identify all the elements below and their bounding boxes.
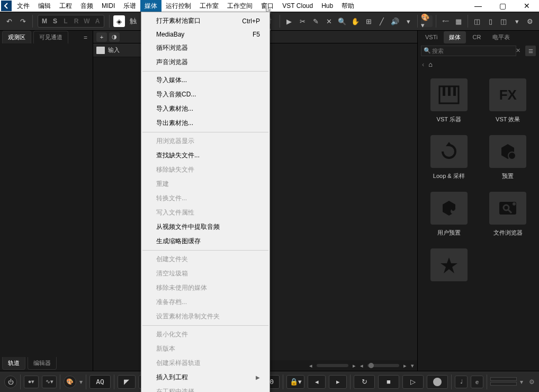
media-tile-文件浏览器[interactable]: 文件浏览器 [482,192,534,237]
record-button[interactable] [427,375,448,389]
state-A[interactable]: A [92,16,103,26]
media-tile-用户预置[interactable]: 用户预置 [423,192,475,237]
minimize-button[interactable]: — [466,0,490,12]
menu-VST Cloud[interactable]: VST Cloud [278,1,317,11]
scroll-left-icon[interactable]: ◂ [309,362,312,369]
menuitem-MediaBay[interactable]: MediaBayF5 [141,28,270,41]
layout-1[interactable]: ◫ [471,15,483,27]
menuitem-声音浏览器[interactable]: 声音浏览器 [141,55,270,69]
maximize-button[interactable]: ▢ [490,0,515,12]
tool-zoom[interactable]: 🔍 [336,15,348,27]
tool-glue[interactable]: ✎ [310,15,321,27]
tool-comp[interactable]: ⊞ [363,15,374,27]
home-icon[interactable]: ⌂ [428,60,433,68]
close-button[interactable]: ✕ [515,0,539,12]
forward-button[interactable]: ▸ [329,375,347,389]
undo-button[interactable]: ↶ [3,15,15,27]
back-icon[interactable]: ‹ [422,60,424,68]
menu-MIDI[interactable]: MIDI [97,1,119,11]
stop-button[interactable]: ■ [378,375,399,389]
media-tile-VST 乐器[interactable]: VST 乐器 [423,78,475,123]
menuitem-插入到工程[interactable]: 插入到工程▶ [141,370,270,385]
right-tab-媒体[interactable]: 媒体 [444,31,466,43]
media-tile-star[interactable] [423,248,475,281]
play-button[interactable]: ▷ [402,375,424,389]
tab-equals-icon[interactable]: = [80,32,91,43]
zoom-in-icon[interactable]: ▸ [403,362,407,369]
menu-编辑[interactable]: 编辑 [34,0,55,12]
automation-mode-button[interactable]: ◈ [113,15,125,27]
marker-l-button[interactable]: ◤ [118,375,136,389]
menuitem-导出素材池...[interactable]: 导出素材池... [141,116,270,130]
menu-乐谱[interactable]: 乐谱 [119,0,140,12]
rewind-button[interactable]: ◂ [308,375,326,389]
menuitem-导入素材池...[interactable]: 导入素材池... [141,102,270,116]
menu-Hub[interactable]: Hub [317,1,337,11]
media-tile-VST 效果[interactable]: FXVST 效果 [482,78,534,123]
zoom-dropdown-icon[interactable]: ▾ [411,362,414,369]
layout-3[interactable]: ◫ [498,15,509,27]
cycle-button[interactable]: ↻ [354,375,375,389]
tool-erase[interactable]: ✕ [323,15,335,27]
menuitem-从视频文件中提取音频[interactable]: 从视频文件中提取音频 [141,220,270,234]
touch-button[interactable]: 触 [127,15,139,27]
dropdown-icon[interactable]: ▾ [79,378,83,386]
menu-文件[interactable]: 文件 [13,0,34,12]
tool-play[interactable]: 🔊 [389,15,401,27]
track-config-button[interactable]: ◑ [109,32,120,42]
snap-button[interactable]: ⬳ [439,15,451,27]
precount-button[interactable]: e [471,376,483,388]
menuitem-生成缩略图缓存[interactable]: 生成缩略图缓存 [141,234,270,248]
media-tile-预置[interactable]: 预置 [482,135,534,180]
tool-hand[interactable]: ✋ [349,15,361,27]
grid-button[interactable]: ▦ [453,15,464,27]
media-search-input[interactable] [421,46,516,56]
state-M[interactable]: M [39,16,50,26]
menu-工程[interactable]: 工程 [55,0,76,12]
state-R[interactable]: R [71,16,82,26]
clear-search-icon[interactable]: ✕ [516,47,520,54]
metronome-button[interactable]: ♩ [455,376,468,388]
layout-2[interactable]: ▯ [484,15,496,27]
tool-scissors[interactable]: ✂ [297,15,308,27]
menuitem-导入音频CD...[interactable]: 导入音频CD... [141,87,270,102]
state-L[interactable]: L [60,16,71,26]
punch-button[interactable]: ●▾ [24,376,39,388]
tab-inspector[interactable]: 观测区 [2,31,31,43]
scroll-right-icon[interactable]: ▸ [353,362,356,369]
menuitem-导入媒体...[interactable]: 导入媒体... [141,73,270,87]
media-tile-Loop & 采样[interactable]: Loop & 采样 [423,135,475,180]
menu-运行控制[interactable]: 运行控制 [161,0,195,12]
settings-button[interactable]: ⚙ [524,15,536,27]
transport-dropdown-icon[interactable]: ▾ [520,378,523,386]
menu-媒体[interactable]: 媒体 [140,0,161,12]
menuitem-循环浏览器[interactable]: 循环浏览器 [141,41,270,55]
menu-工作室[interactable]: 工作室 [195,0,223,12]
transport-settings-icon[interactable]: ⚙ [529,378,535,386]
lock-button[interactable]: 🔒▾ [286,375,304,389]
aq-button[interactable]: AQ [89,375,111,389]
menu-工作空间[interactable]: 工作空间 [223,0,257,12]
tool-line[interactable]: ╱ [376,15,388,27]
h-scrollbar[interactable] [317,364,348,367]
add-track-button[interactable]: + [96,32,107,42]
tab-visibility[interactable]: 可见通道 [33,31,68,43]
menu-帮助[interactable]: 帮助 [337,0,358,12]
right-tab-CR[interactable]: CR [467,32,486,42]
power-button[interactable]: ⏻ [4,376,17,388]
zoom-out-icon[interactable]: ◂ [360,362,363,369]
wave-button[interactable]: ∿▾ [42,376,57,388]
tool-pointer[interactable]: ▶ [283,15,295,27]
list-view-button[interactable]: ☰ [525,46,536,56]
layout-down[interactable]: ▾ [511,15,523,27]
state-S[interactable]: S [50,16,60,26]
color-dropdown[interactable]: 🎨▾ [421,15,433,27]
color-selector[interactable]: 🎨 [64,376,76,388]
tab-track[interactable]: 轨道 [2,357,25,370]
menuitem-打开素材池窗口[interactable]: 打开素材池窗口Ctrl+P [141,14,270,28]
right-tab-电平表[interactable]: 电平表 [487,31,515,43]
zoom-slider[interactable] [367,364,399,367]
redo-button[interactable]: ↷ [17,15,29,27]
tool-color[interactable]: ▾ [402,15,414,27]
menu-音频[interactable]: 音频 [76,0,97,12]
